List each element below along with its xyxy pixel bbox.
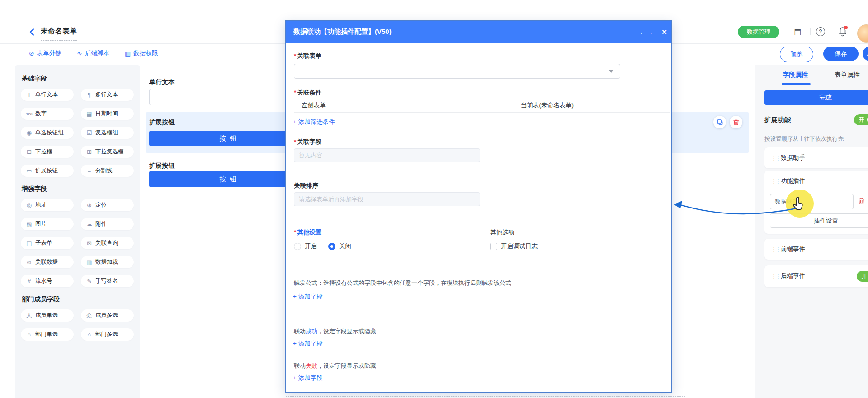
sidebar-item-relation-query[interactable]: ⊠关联查询	[81, 237, 134, 249]
card-label: 数据助手	[781, 154, 805, 162]
location-icon: ⊕	[86, 202, 93, 208]
tab-field-properties[interactable]: 字段属性	[783, 71, 808, 79]
toolbar-item-form-external-link[interactable]: ⊘ 表单外链	[29, 49, 61, 57]
drop-zone-dashed-line	[286, 396, 685, 397]
sidebar-item-attachment[interactable]: ☁附件	[81, 218, 134, 230]
multi-line-text-icon: ¶	[86, 91, 93, 98]
back-button[interactable]	[28, 28, 36, 36]
field-label-extend-button-2: 扩展按钮	[149, 162, 175, 170]
save-button[interactable]: 保存	[823, 47, 859, 61]
related-form-label: *关联表单	[294, 52, 321, 60]
tab-form-properties[interactable]: 表单属性	[835, 71, 860, 79]
sidebar-item-multi-line-text[interactable]: ¶多行文本	[81, 89, 134, 101]
toolbar-item-backend-script[interactable]: ∿ 后端脚本	[77, 49, 109, 57]
related-sort-input[interactable]: 请选择表单后再添加字段	[294, 192, 480, 206]
sidebar-item-image[interactable]: ▧图片	[21, 218, 74, 230]
sidebar-item-dept-multi[interactable]: ⌂部门多选	[81, 328, 134, 341]
notification-bell-icon[interactable]	[837, 26, 848, 37]
execution-order-hint: 按设置顺序从上往下依次执行完	[764, 135, 844, 143]
related-form-select[interactable]	[294, 64, 620, 79]
sidebar-item-single-line-text[interactable]: T单行文本	[21, 89, 74, 101]
data-load-icon: ▥	[86, 259, 93, 265]
linkage-success-tip: 联动成功，设定字段显示或隐藏	[294, 327, 376, 336]
trigger-formula-tip: 触发公式：选择设有公式的字段中包含的任意一个字段，在模块执行后则触发该公式	[294, 279, 511, 287]
drag-handle-icon[interactable]: ⋮⋮	[771, 155, 776, 161]
sidebar-item-select[interactable]: ⊡下拉框	[21, 146, 74, 158]
sidebar-item-signature[interactable]: ✎手写签名	[81, 275, 134, 287]
debug-log-checkbox[interactable]: 开启调试日志	[490, 242, 538, 251]
sidebar-item-data-load[interactable]: ▥数据加载	[81, 256, 134, 268]
help-icon[interactable]: ?	[815, 26, 826, 37]
sidebar-item-label: 下拉框	[35, 148, 52, 156]
sidebar-item-location[interactable]: ⊕定位	[81, 199, 134, 211]
add-field-link-success[interactable]: + 添加字段	[293, 340, 323, 348]
back-event-toggle[interactable]: 开	[857, 271, 868, 282]
add-field-link-fail[interactable]: + 添加字段	[293, 374, 323, 382]
relation-data-icon: ∞	[26, 259, 33, 265]
address-icon: ◎	[26, 202, 33, 208]
sidebar-item-label: 单行文本	[35, 91, 58, 99]
field-label-extend-button: 扩展按钮	[149, 118, 175, 127]
checkbox-group-icon: ☑	[86, 129, 93, 136]
sidebar-item-label: 成员多选	[95, 312, 118, 319]
card-back-event[interactable]: ⋮⋮ 后端事件 开	[764, 265, 868, 287]
active-tab-underline	[782, 83, 811, 85]
drag-handle-icon[interactable]: ⋮⋮	[771, 246, 776, 253]
delete-field-button[interactable]	[730, 116, 742, 128]
extend-button-icon: ▭	[26, 167, 33, 174]
card-function-plugin[interactable]: ⋮⋮ 功能插件 数据联动 插件设置	[764, 171, 868, 234]
drag-handle-icon[interactable]: ⋮⋮	[771, 178, 776, 185]
plugin-settings-button[interactable]: 插件设置	[770, 213, 868, 228]
linkage-fail-tip: 联动失败，设定字段显示或隐藏	[294, 362, 376, 370]
modal-header[interactable]: 数据联动【功能插件配置】(V50) ←→ ×	[286, 21, 671, 43]
extend-function-toggle[interactable]: 开	[854, 114, 868, 125]
related-field-input[interactable]: 暂无内容	[294, 148, 480, 162]
radio-option-on[interactable]: 开启	[294, 242, 317, 251]
add-filter-condition-link[interactable]: + 添加筛选条件	[293, 118, 335, 126]
separator	[787, 28, 787, 35]
radio-option-off[interactable]: 关闭	[328, 242, 351, 251]
sidebar-item-datetime[interactable]: ▦日期时间	[81, 108, 134, 120]
member-multi-icon: 众	[86, 312, 93, 320]
sidebar-item-dept-single[interactable]: ⌂部门单选	[21, 328, 74, 341]
sidebar-item-radio-group[interactable]: ◉单选按钮组	[21, 127, 74, 139]
separator	[833, 28, 833, 35]
preview-button[interactable]: 预览	[780, 47, 813, 62]
other-options-label: 其他选项	[490, 228, 514, 237]
data-manage-button[interactable]: 数据管理	[738, 26, 779, 38]
sidebar-item-label: 定位	[95, 201, 107, 209]
sidebar-item-number[interactable]: 123数字	[21, 108, 74, 120]
select-icon: ⊡	[26, 148, 33, 155]
sidebar-item-member-multi[interactable]: 众成员多选	[81, 309, 134, 322]
sidebar-item-member-single[interactable]: 人成员单选	[21, 309, 74, 322]
sidebar-item-sub-form[interactable]: ▤子表单	[21, 237, 74, 249]
sidebar-item-serial-number[interactable]: #流水号	[21, 275, 74, 287]
chevron-down-icon	[609, 70, 613, 73]
sidebar-item-relation-data[interactable]: ∞关联数据	[21, 256, 74, 268]
condition-col-left: 左侧表单	[302, 101, 326, 109]
card-data-helper[interactable]: ⋮⋮ 数据助手	[764, 147, 868, 168]
toolbar-item-data-permission[interactable]: ▥ 数据权限	[125, 49, 158, 57]
sidebar-item-label: 成员单选	[35, 312, 58, 319]
resize-modal-icon[interactable]: ←→	[639, 28, 654, 35]
sidebar-item-label: 图片	[35, 220, 47, 228]
close-modal-icon[interactable]: ×	[662, 28, 667, 36]
page-title[interactable]: 未命名表单	[41, 27, 77, 41]
sidebar-item-address[interactable]: ◎地址	[21, 199, 74, 211]
extend-button-1[interactable]: 按 钮	[149, 131, 307, 146]
add-field-link-formula[interactable]: + 添加字段	[293, 293, 323, 301]
notification-dot	[844, 26, 848, 29]
card-front-event[interactable]: ⋮⋮ 前端事件	[764, 239, 868, 260]
card-label: 前端事件	[781, 245, 805, 253]
drag-handle-icon[interactable]: ⋮⋮	[771, 273, 776, 280]
extend-button-2[interactable]: 按 钮	[149, 171, 307, 187]
done-button[interactable]: 完成	[764, 90, 868, 105]
sidebar-item-checkbox-group[interactable]: ☑复选框组	[81, 127, 134, 139]
sidebar-item-extend-button[interactable]: ▭扩展按钮	[21, 165, 74, 177]
sidebar-item-multi-select[interactable]: ⊞下拉复选框	[81, 146, 134, 158]
delete-plugin-button[interactable]	[857, 197, 867, 207]
single-line-text-input[interactable]	[149, 89, 307, 105]
sidebar-item-divider[interactable]: ≡分割线	[81, 165, 134, 177]
contact-book-icon[interactable]: ▤	[792, 26, 803, 37]
copy-field-button[interactable]	[713, 116, 726, 128]
